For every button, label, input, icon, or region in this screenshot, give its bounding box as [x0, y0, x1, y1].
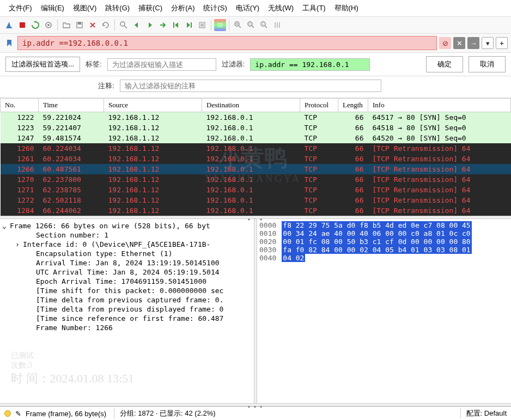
- detail-area: 已测试 次数:3 时 间：2024.01.08 13:51 ⌄Frame 126…: [0, 219, 511, 403]
- menu-item[interactable]: 视图(V): [69, 2, 101, 15]
- svg-line-17: [239, 26, 241, 28]
- zoom-reset-icon[interactable]: 1: [258, 19, 270, 31]
- clear-filter-icon[interactable]: ⊘: [439, 37, 451, 49]
- watermark-small: 已测试 次数:3 时 间：2024.01.08 13:51: [11, 351, 134, 387]
- tree-node[interactable]: [Time delta from previous displayed fram…: [2, 305, 252, 314]
- comment-input[interactable]: [120, 80, 381, 92]
- tree-node[interactable]: Arrival Time: Jan 8, 2024 13:19:19.50145…: [2, 258, 252, 267]
- menu-item[interactable]: 跳转(G): [101, 2, 134, 15]
- open-file-icon[interactable]: [60, 19, 72, 31]
- menu-item[interactable]: 帮助(H): [330, 2, 363, 15]
- menu-item[interactable]: 统计(S): [199, 2, 231, 15]
- menu-item[interactable]: 无线(W): [264, 2, 298, 15]
- svg-rect-15: [217, 26, 223, 27]
- expert-info-icon[interactable]: [4, 410, 11, 417]
- tree-node[interactable]: [Time shift for this packet: 0.000000000…: [2, 286, 252, 295]
- display-filter-bar: ⊘ ✕ → ▾ +: [0, 34, 511, 53]
- packet-row[interactable]: 127162.238785192.168.1.12192.168.0.1TCP6…: [1, 185, 511, 195]
- zoom-out-icon[interactable]: [245, 19, 257, 31]
- resize-columns-icon[interactable]: [271, 19, 283, 31]
- menu-item[interactable]: 文件(F): [4, 2, 36, 15]
- svg-text:1: 1: [262, 22, 264, 26]
- colorize-icon[interactable]: [214, 19, 226, 31]
- shark-fin-icon[interactable]: [3, 19, 15, 31]
- packet-list-header[interactable]: No. Time Source Destination Protocol Len…: [1, 99, 511, 112]
- packet-row[interactable]: 126160.224034192.168.1.12192.168.0.1TCP6…: [1, 154, 511, 164]
- stop-capture-icon[interactable]: [16, 19, 28, 31]
- recent-filter-icon[interactable]: →: [467, 37, 479, 49]
- menu-item[interactable]: 捕获(C): [134, 2, 167, 15]
- horizontal-splitter-2[interactable]: ● ● ●: [0, 403, 511, 406]
- add-filter-button-icon[interactable]: +: [496, 37, 508, 49]
- packet-row[interactable]: 122259.221024192.168.1.12192.168.0.1TCP6…: [1, 112, 511, 123]
- packet-row[interactable]: 127062.237800192.168.1.12192.168.0.1TCP6…: [1, 174, 511, 185]
- packet-row[interactable]: 127262.502118192.168.1.12192.168.0.1TCP6…: [1, 195, 511, 205]
- packet-bytes-hex[interactable]: 0000f8 22 29 75 5a d0 f8 b5 4d ed 0e c7 …: [257, 219, 511, 403]
- label-tag: 标签:: [86, 59, 102, 69]
- tree-node[interactable]: [Time delta from previous captured frame…: [2, 295, 252, 305]
- packet-row[interactable]: 122359.221407192.168.1.12192.168.0.1TCP6…: [1, 123, 511, 133]
- menu-item[interactable]: 工具(T): [298, 2, 330, 15]
- go-to-icon[interactable]: [157, 19, 169, 31]
- tree-node[interactable]: ⌄Frame 1266: 66 bytes on wire (528 bits)…: [2, 221, 252, 230]
- svg-rect-13: [217, 23, 223, 24]
- packet-row[interactable]: 126660.487561192.168.1.12192.168.0.1TCP6…: [1, 164, 511, 174]
- menu-item[interactable]: 分析(A): [167, 2, 199, 15]
- packet-details-tree[interactable]: 已测试 次数:3 时 间：2024.01.08 13:51 ⌄Frame 126…: [0, 219, 254, 403]
- svg-rect-14: [217, 25, 223, 26]
- toolbar: 1: [0, 17, 511, 34]
- zoom-in-icon[interactable]: [232, 19, 244, 31]
- status-frame-text: Frame (frame), 66 byte(s): [26, 410, 106, 418]
- hex-line[interactable]: 002000 01 fc 08 00 50 b3 c1 cf 0d 00 00 …: [259, 238, 509, 246]
- edit-icon[interactable]: ✎: [15, 410, 21, 418]
- cancel-button[interactable]: 取消: [469, 56, 506, 72]
- status-profile-text[interactable]: 配置: Default: [460, 409, 507, 418]
- filter-dropdown-icon[interactable]: ▾: [482, 37, 494, 49]
- display-filter-input[interactable]: [17, 36, 437, 50]
- filter-button-preferences[interactable]: 过滤器按钮首选项...: [5, 57, 80, 72]
- packet-list[interactable]: 小黄鸭 XIAOHUANGYA No. Time Source Destinat…: [0, 98, 511, 216]
- hex-line[interactable]: 0030fa f0 82 84 00 00 02 04 05 b4 01 03 …: [259, 246, 509, 254]
- tree-node[interactable]: UTC Arrival Time: Jan 8, 2024 05:19:19.5…: [2, 267, 252, 277]
- filter-button-pref-bar: 过滤器按钮首选项... 标签: 过滤器: 确定 取消: [0, 53, 511, 76]
- restart-capture-icon[interactable]: [29, 19, 41, 31]
- tree-node[interactable]: Section number: 1: [2, 230, 252, 240]
- svg-line-6: [124, 26, 127, 28]
- go-forward-icon[interactable]: [144, 19, 156, 31]
- go-last-icon[interactable]: [183, 19, 195, 31]
- menu-item[interactable]: 电话(Y): [232, 2, 264, 15]
- menu-bar: 文件(F)编辑(E)视图(V)跳转(G)捕获(C)分析(A)统计(S)电话(Y)…: [0, 0, 511, 17]
- menu-item[interactable]: 编辑(E): [36, 2, 69, 15]
- pref-filter-input[interactable]: [250, 58, 370, 71]
- tree-node[interactable]: Encapsulation type: Ethernet (1): [2, 249, 252, 258]
- tree-node[interactable]: ›Interface id: 0 (\Device\NPF_{A5CE1BEA-…: [2, 240, 252, 249]
- options-icon[interactable]: [42, 19, 54, 31]
- svg-rect-0: [20, 22, 25, 28]
- svg-line-24: [265, 26, 267, 28]
- hex-line[interactable]: 004004 02: [259, 254, 509, 262]
- reload-icon[interactable]: [100, 19, 112, 31]
- svg-point-5: [120, 22, 125, 26]
- tree-node[interactable]: [Time since reference or first frame: 60…: [2, 314, 252, 323]
- apply-filter-icon[interactable]: ✕: [453, 37, 465, 49]
- status-packets-text: 分组: 1872 · 已显示: 42 (2.2%): [114, 409, 452, 418]
- go-first-icon[interactable]: [170, 19, 182, 31]
- packet-row[interactable]: 124759.481574192.168.1.12192.168.0.1TCP6…: [1, 133, 511, 143]
- go-back-icon[interactable]: [131, 19, 143, 31]
- hex-line[interactable]: 001000 34 24 ae 40 00 40 06 00 00 c0 a8 …: [259, 229, 509, 238]
- tree-node[interactable]: Frame Number: 1266: [2, 323, 252, 332]
- packet-row[interactable]: 128466.244062192.168.1.12192.168.0.1TCP6…: [1, 205, 511, 216]
- svg-line-21: [252, 26, 254, 28]
- packet-row[interactable]: 126060.224034192.168.1.12192.168.0.1TCP6…: [1, 143, 511, 154]
- find-icon[interactable]: [118, 19, 130, 31]
- bookmark-icon[interactable]: [3, 37, 15, 49]
- ok-button[interactable]: 确定: [426, 56, 463, 72]
- tree-node[interactable]: Epoch Arrival Time: 1704691159.501451000: [2, 277, 252, 286]
- hex-line[interactable]: 0000f8 22 29 75 5a d0 f8 b5 4d ed 0e c7 …: [259, 221, 509, 229]
- close-file-icon[interactable]: [87, 19, 99, 31]
- save-file-icon[interactable]: [74, 19, 86, 31]
- auto-scroll-icon[interactable]: [196, 19, 208, 31]
- svg-point-2: [47, 24, 50, 26]
- filter-button-pref-bar-2: 注释:: [0, 76, 511, 98]
- tag-input[interactable]: [107, 58, 216, 71]
